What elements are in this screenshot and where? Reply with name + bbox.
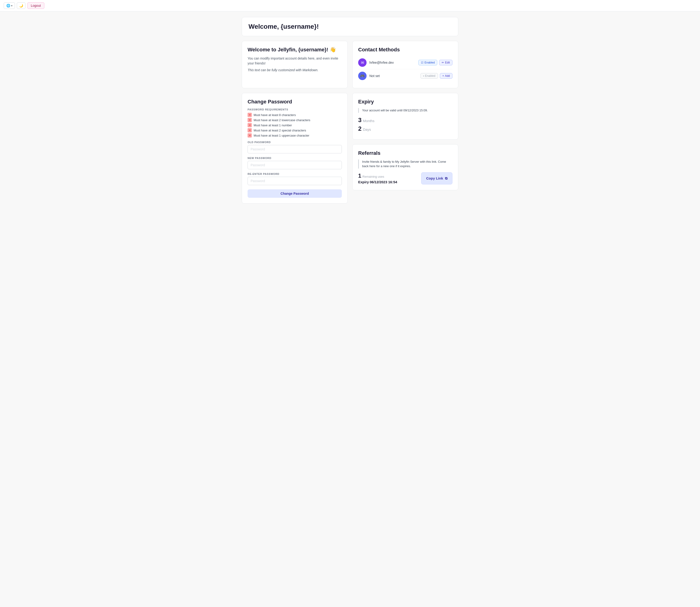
referral-uses-label: Remaining uses bbox=[363, 175, 384, 179]
referral-meta: 1 Remaining uses Expiry 06/12/2023 16:54 bbox=[358, 172, 418, 184]
expiry-days-label: Days bbox=[363, 127, 371, 131]
req-fail-icon-5: ✕ bbox=[247, 133, 252, 138]
referrals-card: Referrals Invite friends & family to My … bbox=[352, 144, 458, 190]
expiry-blockquote: Your account will be valid until 09/12/2… bbox=[358, 108, 453, 113]
discord-icon: 🎮 bbox=[358, 72, 367, 80]
navbar: 🌐 ▾ 🌙 Logout bbox=[0, 0, 700, 12]
plus-icon: + bbox=[442, 74, 444, 78]
referrals-heading: Referrals bbox=[358, 150, 453, 156]
email-edit-button[interactable]: ✏ Edit bbox=[439, 60, 453, 65]
expiry-days-num: 2 bbox=[358, 125, 362, 132]
referrals-text: Invite friends & family to My Jellyfin S… bbox=[362, 160, 453, 169]
old-password-label: OLD PASSWORD bbox=[247, 141, 342, 144]
discord-add-button[interactable]: + Add bbox=[440, 73, 453, 79]
email-enabled-badge: ☑ Enabled bbox=[418, 60, 437, 65]
discord-enabled-badge: ▪ Enabled bbox=[420, 73, 438, 79]
referral-expiry: Expiry 06/12/2023 16:54 bbox=[358, 180, 418, 184]
email-label: hrfee@hrfee.dev bbox=[369, 61, 416, 64]
new-password-label: NEW PASSWORD bbox=[247, 156, 342, 160]
content-grid: Welcome to Jellyfin, {username}! 👋 You c… bbox=[242, 41, 458, 204]
referral-footer: 1 Remaining uses Expiry 06/12/2023 16:54… bbox=[358, 172, 453, 184]
req-fail-icon-4: ✕ bbox=[247, 128, 252, 132]
welcome-card: Welcome to Jellyfin, {username}! 👋 You c… bbox=[242, 41, 348, 88]
referral-uses-num: 1 bbox=[358, 172, 361, 179]
req-section-label: PASSWORD REQUIREMENTS bbox=[247, 108, 342, 111]
req-fail-icon-2: ✕ bbox=[247, 118, 252, 122]
expiry-card: Expiry Your account will be valid until … bbox=[352, 93, 458, 140]
page-title: Welcome, {username}! bbox=[248, 23, 452, 30]
theme-toggle-button[interactable]: 🌙 bbox=[17, 2, 25, 9]
copy-link-button[interactable]: Copy Link ⧉ bbox=[421, 172, 453, 184]
main-container: Welcome, {username}! Welcome to Jellyfin… bbox=[238, 12, 462, 209]
req-item-2: ✕ Must have at least 2 lowercase charact… bbox=[247, 118, 342, 122]
email-actions: ☑ Enabled ✏ Edit bbox=[418, 60, 453, 65]
referral-expiry-value: 06/12/2023 16:54 bbox=[370, 180, 397, 184]
moon-icon: 🌙 bbox=[19, 4, 23, 7]
welcome-card-italic: This text can be fully customized with M… bbox=[247, 68, 342, 72]
req-item-3: ✕ Must have at least 1 number bbox=[247, 123, 342, 127]
req-item-4: ✕ Must have at least 2 special character… bbox=[247, 128, 342, 132]
expiry-text: Your account will be valid until 09/12/2… bbox=[362, 108, 453, 113]
language-button[interactable]: 🌐 ▾ bbox=[4, 2, 15, 9]
check-icon: ☑ bbox=[421, 61, 423, 64]
contact-row-email: ✉ hrfee@hrfee.dev ☑ Enabled ✏ Edit bbox=[358, 56, 453, 69]
contact-methods-card: Contact Methods ✉ hrfee@hrfee.dev ☑ Enab… bbox=[352, 41, 458, 88]
referral-uses: 1 Remaining uses bbox=[358, 172, 418, 179]
contact-row-discord: 🎮 Not set ▪ Enabled + Add bbox=[358, 69, 453, 82]
copy-icon: ⧉ bbox=[445, 176, 447, 181]
requirements-list: ✕ Must have at least 8 characters ✕ Must… bbox=[247, 113, 342, 138]
req-item-1: ✕ Must have at least 8 characters bbox=[247, 113, 342, 117]
chevron-down-icon: ▾ bbox=[11, 4, 13, 7]
change-password-card: Change Password PASSWORD REQUIREMENTS ✕ … bbox=[242, 93, 348, 204]
new-password-input[interactable] bbox=[247, 161, 342, 169]
contact-methods-heading: Contact Methods bbox=[358, 47, 453, 53]
old-password-input[interactable] bbox=[247, 145, 342, 153]
referrals-blockquote: Invite friends & family to My Jellyfin S… bbox=[358, 160, 453, 169]
welcome-banner: Welcome, {username}! bbox=[242, 17, 458, 36]
re-enter-password-input[interactable] bbox=[247, 177, 342, 185]
discord-actions: ▪ Enabled + Add bbox=[420, 73, 453, 79]
expiry-months-label: Months bbox=[363, 119, 374, 123]
re-enter-label: RE-ENTER PASSWORD bbox=[247, 172, 342, 175]
change-password-heading: Change Password bbox=[247, 99, 342, 105]
right-column: Expiry Your account will be valid until … bbox=[352, 93, 458, 204]
referral-expiry-prefix: Expiry bbox=[358, 180, 369, 184]
globe-icon: 🌐 bbox=[6, 4, 10, 7]
square-icon: ▪ bbox=[423, 74, 424, 78]
logout-button[interactable]: Logout bbox=[27, 2, 44, 9]
req-fail-icon-3: ✕ bbox=[247, 123, 252, 127]
discord-label: Not set bbox=[369, 74, 418, 78]
req-item-5: ✕ Must have at least 1 uppercase charact… bbox=[247, 133, 342, 138]
email-icon: ✉ bbox=[358, 58, 367, 67]
welcome-card-body: You can modify important account details… bbox=[247, 56, 342, 66]
expiry-months-stat: 3 Months bbox=[358, 117, 453, 124]
edit-icon: ✏ bbox=[442, 61, 444, 64]
copy-link-label: Copy Link bbox=[426, 176, 443, 180]
req-fail-icon-1: ✕ bbox=[247, 113, 252, 117]
change-password-button[interactable]: Change Password bbox=[247, 189, 342, 198]
welcome-card-heading: Welcome to Jellyfin, {username}! 👋 bbox=[247, 47, 342, 53]
expiry-days-stat: 2 Days bbox=[358, 125, 453, 132]
expiry-months-num: 3 bbox=[358, 117, 362, 124]
expiry-heading: Expiry bbox=[358, 99, 453, 105]
